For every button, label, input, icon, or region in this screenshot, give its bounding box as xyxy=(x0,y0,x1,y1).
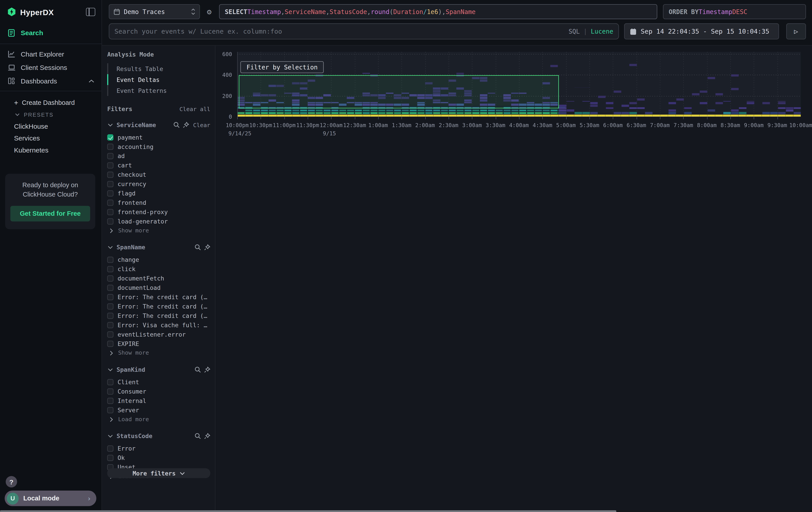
filter-checkbox-row[interactable]: flagd xyxy=(107,189,210,198)
chevron-up-icon[interactable] xyxy=(88,79,94,83)
sidebar-item-search[interactable]: Search xyxy=(0,26,102,39)
sql-toggle[interactable]: SQL xyxy=(569,28,580,35)
filter-checkbox-row[interactable]: Error: The credit card (… xyxy=(107,302,210,311)
checkbox-unchecked[interactable] xyxy=(107,190,113,196)
checkbox-unchecked[interactable] xyxy=(107,275,113,281)
pin-icon[interactable] xyxy=(204,433,210,439)
filter-checkbox-row[interactable]: documentLoad xyxy=(107,283,210,293)
run-query-button[interactable]: ▷ xyxy=(786,23,806,39)
filter-checkbox-row[interactable]: Error xyxy=(107,444,210,453)
clear-group-link[interactable]: Clear xyxy=(193,122,210,128)
sidebar-item-dashboards[interactable]: Dashboards xyxy=(0,74,102,88)
filter-checkbox-row[interactable]: frontend xyxy=(107,198,210,208)
filter-by-selection-button[interactable]: Filter by Selection xyxy=(240,61,324,73)
select-columns-input[interactable]: SELECT Timestamp, ServiceName, StatusCod… xyxy=(219,4,657,19)
filter-checkbox-row[interactable]: eventListener.error xyxy=(107,330,210,339)
checkbox-unchecked[interactable] xyxy=(107,379,113,385)
chevron-down-icon[interactable] xyxy=(107,433,113,439)
checkbox-unchecked[interactable] xyxy=(107,294,113,300)
filter-checkbox-row[interactable]: load-generator xyxy=(107,217,210,226)
checkbox-unchecked[interactable] xyxy=(107,398,113,404)
filter-group-name[interactable]: SpanName xyxy=(117,244,192,251)
checkbox-unchecked[interactable] xyxy=(107,322,113,328)
checkbox-unchecked[interactable] xyxy=(107,446,113,452)
checkbox-unchecked[interactable] xyxy=(107,285,113,291)
analysis-mode-results-table[interactable]: Results Table xyxy=(107,63,210,74)
filter-group-name[interactable]: StatusCode xyxy=(117,433,192,440)
chevron-down-icon[interactable] xyxy=(107,244,113,250)
filter-checkbox-row[interactable]: EXPIRE xyxy=(107,339,210,348)
chevron-down-icon[interactable] xyxy=(107,367,113,373)
help-button[interactable]: ? xyxy=(6,476,17,487)
sidebar-item-client-sessions[interactable]: Client Sessions xyxy=(0,61,102,74)
sidebar-item-services[interactable]: Services xyxy=(0,132,102,144)
checkbox-unchecked[interactable] xyxy=(107,200,113,206)
filter-group-name[interactable]: ServiceName xyxy=(117,121,170,129)
checkbox-unchecked[interactable] xyxy=(107,407,113,413)
sidebar-item-clickhouse[interactable]: ClickHouse xyxy=(0,120,102,132)
checkbox-unchecked[interactable] xyxy=(107,303,113,309)
checkbox-unchecked[interactable] xyxy=(107,388,113,395)
checkbox-unchecked[interactable] xyxy=(107,313,113,319)
pin-icon[interactable] xyxy=(183,122,189,128)
local-mode-button[interactable]: U Local mode › xyxy=(5,491,96,506)
checkbox-unchecked[interactable] xyxy=(107,172,113,178)
filter-checkbox-row[interactable]: change xyxy=(107,255,210,265)
filter-checkbox-row[interactable]: Error: The credit card (… xyxy=(107,311,210,321)
checkbox-unchecked[interactable] xyxy=(107,181,113,187)
filter-checkbox-row[interactable]: currency xyxy=(107,180,210,189)
search-input[interactable]: Search your events w/ Lucene ex. column:… xyxy=(109,23,619,39)
search-icon[interactable] xyxy=(195,244,201,250)
search-icon[interactable] xyxy=(173,122,180,128)
sidebar-item-kubernetes[interactable]: Kubernetes xyxy=(0,144,102,156)
filter-checkbox-row[interactable]: ad xyxy=(107,152,210,161)
filter-checkbox-row[interactable]: Ok xyxy=(107,453,210,463)
lucene-toggle[interactable]: Lucene xyxy=(591,28,613,35)
filter-checkbox-row[interactable]: checkout xyxy=(107,170,210,180)
show-more-link[interactable]: Show more xyxy=(107,348,210,357)
chevron-down-icon[interactable] xyxy=(107,122,113,128)
gear-icon[interactable]: ⚙ xyxy=(203,6,215,17)
filter-checkbox-row[interactable]: Error: Visa cache full: … xyxy=(107,321,210,330)
load-more-link[interactable]: Load more xyxy=(107,415,210,424)
filter-group-name[interactable]: SpanKind xyxy=(117,366,192,374)
filter-checkbox-row[interactable]: Server xyxy=(107,406,210,415)
checkbox-unchecked[interactable] xyxy=(107,162,113,168)
sidebar-item-chart-explorer[interactable]: Chart Explorer xyxy=(0,47,102,61)
checkbox-unchecked[interactable] xyxy=(107,341,113,347)
filter-checkbox-row[interactable]: Consumer xyxy=(107,387,210,396)
checkbox-checked[interactable] xyxy=(107,134,113,140)
analysis-mode-event-deltas[interactable]: Event Deltas xyxy=(107,74,210,85)
filter-checkbox-row[interactable]: Client xyxy=(107,378,210,387)
filter-checkbox-row[interactable]: accounting xyxy=(107,142,210,152)
checkbox-unchecked[interactable] xyxy=(107,455,113,461)
filter-checkbox-row[interactable]: click xyxy=(107,265,210,274)
checkbox-unchecked[interactable] xyxy=(107,266,113,272)
date-range-picker[interactable]: Sep 14 22:04:35 - Sep 15 10:04:35 xyxy=(624,23,779,39)
order-by-input[interactable]: ORDER BY Timestamp DESC xyxy=(663,4,806,19)
analysis-mode-event-patterns[interactable]: Event Patterns xyxy=(107,85,210,96)
pin-icon[interactable] xyxy=(204,367,210,373)
source-select[interactable]: Demo Traces xyxy=(109,4,200,19)
filter-checkbox-row[interactable]: Internal xyxy=(107,396,210,406)
checkbox-unchecked[interactable] xyxy=(107,218,113,225)
filter-checkbox-row[interactable]: cart xyxy=(107,161,210,170)
checkbox-unchecked[interactable] xyxy=(107,143,113,150)
horizontal-scrollbar-thumb[interactable] xyxy=(0,510,616,512)
clear-all-link[interactable]: Clear all xyxy=(179,106,210,112)
search-icon[interactable] xyxy=(195,433,201,439)
checkbox-unchecked[interactable] xyxy=(107,153,113,159)
pin-icon[interactable] xyxy=(204,244,210,250)
show-more-link[interactable]: Show more xyxy=(107,226,210,235)
filter-checkbox-row[interactable]: documentFetch xyxy=(107,274,210,283)
checkbox-unchecked[interactable] xyxy=(107,331,113,338)
get-started-button[interactable]: Get Started for Free xyxy=(10,206,90,221)
filter-checkbox-row[interactable]: frontend-proxy xyxy=(107,208,210,217)
sidebar-collapse-icon[interactable] xyxy=(86,8,95,16)
checkbox-unchecked[interactable] xyxy=(107,209,113,215)
presets-toggle[interactable]: PRESETS xyxy=(0,109,102,120)
search-icon[interactable] xyxy=(195,367,201,373)
more-filters-button[interactable]: More filters xyxy=(107,468,210,478)
filter-checkbox-row[interactable]: Error: The credit card (… xyxy=(107,293,210,302)
checkbox-unchecked[interactable] xyxy=(107,257,113,263)
